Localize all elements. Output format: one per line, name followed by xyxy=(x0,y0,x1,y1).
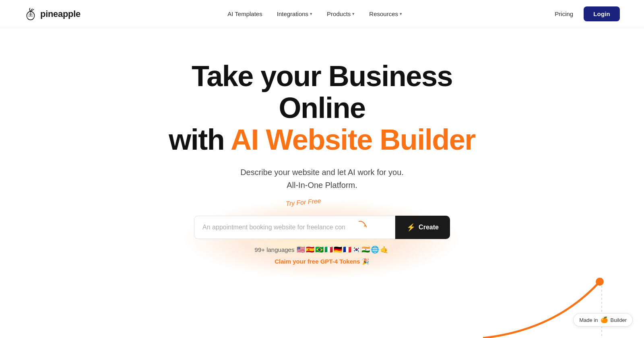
create-button[interactable]: ⚡ Create xyxy=(395,216,450,239)
navbar: pineapple AI Templates Integrations ▾ Pr… xyxy=(0,0,644,28)
logo-icon xyxy=(24,8,37,21)
hero-subtitle: Describe your website and let AI work fo… xyxy=(240,166,404,192)
integrations-chevron-icon: ▾ xyxy=(310,11,312,16)
nav-item-resources[interactable]: Resources ▾ xyxy=(363,7,408,21)
nav-item-ai-templates[interactable]: AI Templates xyxy=(222,7,268,21)
resources-chevron-icon: ▾ xyxy=(400,11,402,16)
claim-link[interactable]: Claim your free GPT-4 Tokens 🎉 xyxy=(275,258,369,265)
search-row: ⚡ Create xyxy=(194,216,450,239)
brand-name: pineapple xyxy=(40,9,80,19)
hero-section: Take your Business Online with AI Websit… xyxy=(0,28,644,265)
logo[interactable]: pineapple xyxy=(24,8,80,21)
badge-icon: 🍊 xyxy=(601,316,608,324)
login-button[interactable]: Login xyxy=(584,6,620,21)
try-arrow-icon xyxy=(357,218,369,229)
hero-title-highlight: AI Website Builder xyxy=(231,124,475,156)
pricing-link[interactable]: Pricing xyxy=(549,7,579,21)
made-in-badge: Made in 🍊 Builder xyxy=(573,313,633,327)
nav-actions: Pricing Login xyxy=(549,6,620,21)
flags: 🇺🇸🇪🇸🇧🇷🇮🇹🇩🇪🇫🇷🇰🇷🇮🇳🌐🤙 xyxy=(297,245,389,254)
nav-item-products[interactable]: Products ▾ xyxy=(321,7,360,21)
nav-item-integrations[interactable]: Integrations ▾ xyxy=(271,7,318,21)
search-glow xyxy=(181,199,463,279)
hero-title: Take your Business Online with AI Websit… xyxy=(149,60,495,156)
nav-links: AI Templates Integrations ▾ Products ▾ R… xyxy=(222,7,408,21)
languages-row: 99+ languages 🇺🇸🇪🇸🇧🇷🇮🇹🇩🇪🇫🇷🇰🇷🇮🇳🌐🤙 xyxy=(255,245,390,254)
bolt-icon: ⚡ xyxy=(407,223,415,232)
search-container: Try For Free ⚡ Create 99+ languages 🇺🇸🇪🇸… xyxy=(194,211,450,265)
products-chevron-icon: ▾ xyxy=(352,11,355,16)
svg-point-5 xyxy=(596,278,604,286)
